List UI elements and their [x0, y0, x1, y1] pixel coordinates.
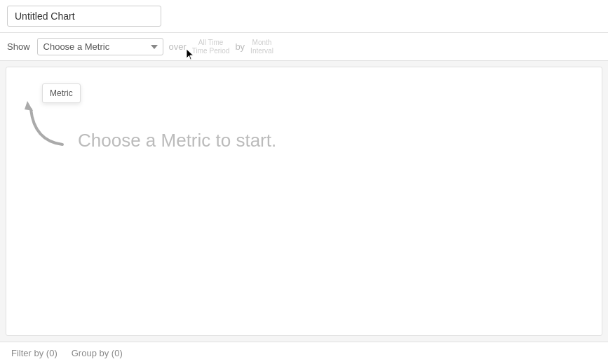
interval-value: Month [252, 39, 272, 47]
controls-bar: Show Choose a Metric Metric over All Tim… [0, 33, 608, 61]
over-label: over [169, 41, 187, 52]
interval-sublabel: Interval [250, 47, 273, 55]
arrow-icon [20, 95, 69, 151]
title-bar [0, 0, 608, 33]
interval-button: Month Interval [250, 39, 273, 55]
empty-state-message: Choose a Metric to start. [78, 130, 276, 151]
group-by-button[interactable]: Group by (0) [72, 348, 123, 358]
time-period-sublabel: Time Period [192, 47, 230, 55]
metric-select[interactable]: Choose a Metric [37, 38, 163, 55]
by-label: by [235, 41, 245, 52]
filter-by-button[interactable]: Filter by (0) [11, 348, 58, 358]
show-label: Show [7, 41, 30, 52]
time-period-value: All Time [198, 39, 224, 47]
empty-state: Choose a Metric to start. [20, 95, 276, 151]
time-period-button: All Time Time Period [192, 39, 230, 55]
chart-area: Choose a Metric to start. [6, 67, 602, 336]
chart-title-input[interactable] [7, 6, 161, 27]
footer-bar: Filter by (0) Group by (0) [0, 342, 608, 364]
